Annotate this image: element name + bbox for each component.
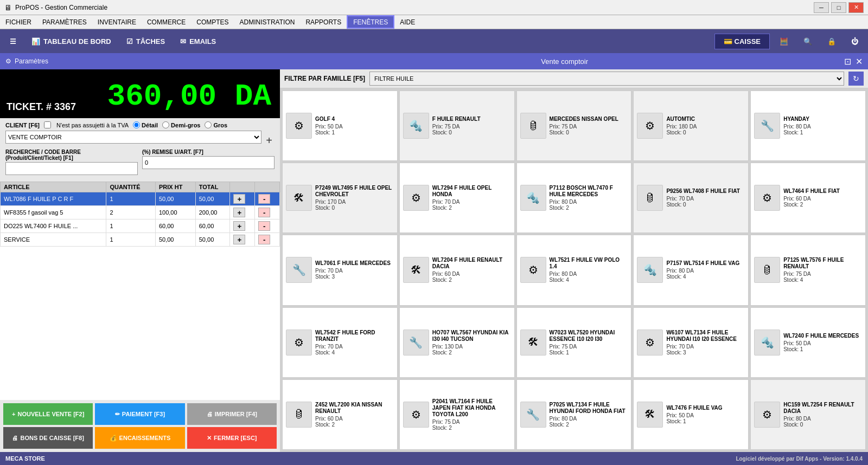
product-card[interactable]: 🔩P7112 BOSCH WL7470 F HUILE MERCEDESPrix… bbox=[516, 163, 632, 233]
table-row[interactable]: WL7086 F HUILE P C R F 1 50,00 50,00 + - bbox=[1, 192, 280, 206]
filter-select[interactable]: FILTRE HUILE bbox=[369, 72, 844, 86]
product-name: HO707 WL7567 HYUNDAI KIA I30 I40 TUCSON bbox=[432, 330, 511, 343]
tva-checkbox[interactable] bbox=[44, 121, 51, 128]
product-card[interactable]: 🛠WL7476 F HUILE VAGPrix: 50 DAStock: 1 bbox=[633, 379, 749, 450]
power-button[interactable]: ⏻ bbox=[846, 35, 864, 48]
search-input[interactable] bbox=[5, 162, 138, 175]
calculator-button[interactable]: 🧮 bbox=[774, 35, 794, 48]
qty-minus-button[interactable]: - bbox=[258, 208, 270, 217]
menu-item-paramètres[interactable]: PARAMÈTRES bbox=[37, 15, 92, 29]
product-card[interactable]: ⚙WL7294 F HUILE OPEL HONDAPrix: 70 DASto… bbox=[399, 163, 515, 233]
maximize-button[interactable]: □ bbox=[831, 2, 846, 13]
menu-bar: FICHIERPARAMÈTRESINVENTAIRECOMMERCECOMPT… bbox=[0, 15, 868, 29]
bons-de-caisse-button[interactable]: 🖨 BONS DE CAISSE [F8] bbox=[3, 427, 93, 449]
caisse-button[interactable]: 💳 CAISSE bbox=[714, 34, 770, 49]
menu-item-fichier[interactable]: FICHIER bbox=[0, 15, 37, 29]
paiement-button[interactable]: ✏ PAIEMENT [F3] bbox=[95, 403, 184, 425]
client-label: CLIENT [F6] bbox=[5, 122, 40, 128]
product-card[interactable]: ⚙WL7542 F HUILE FORD TRANZITPrix: 70 DAS… bbox=[282, 307, 398, 378]
product-name: P7112 BOSCH WL7470 F HUILE MERCEDES bbox=[550, 185, 628, 198]
product-name: WL7542 F HUILE FORD TRANZIT bbox=[315, 330, 394, 343]
col-actions bbox=[230, 182, 255, 192]
product-stock: Stock: 4 bbox=[666, 274, 745, 280]
row-prix-ht: 100,00 bbox=[155, 206, 195, 219]
product-card[interactable]: 🛢Z452 WL7200 KIA NISSAN RENAULTPrix: 60 … bbox=[282, 379, 398, 450]
tableau-de-bord-button[interactable]: 📊 TABLEAU DE BORD bbox=[26, 35, 117, 48]
product-card[interactable]: ⚙P2041 WL7164 F HUILE JAPEN FIAT KIA HON… bbox=[399, 379, 515, 450]
product-image: ⚙ bbox=[637, 113, 663, 139]
menu-item-rapports[interactable]: RAPPORTS bbox=[300, 15, 347, 29]
qty-minus-button[interactable]: - bbox=[258, 194, 270, 204]
encaissements-button[interactable]: 💰 ENCAISSEMENTS bbox=[95, 427, 184, 449]
product-image: 🔩 bbox=[754, 330, 780, 356]
product-card[interactable]: 🛢MERCEDES NISSAN OPELPrix: 75 DAStock: 0 bbox=[516, 91, 632, 161]
product-image: 🛢 bbox=[520, 113, 546, 139]
menu-item-aide[interactable]: AIDE bbox=[394, 15, 420, 29]
amount-display: 360,00 DA bbox=[107, 79, 271, 114]
row-prix-ht: 50,00 bbox=[155, 233, 195, 247]
add-client-button[interactable]: + bbox=[264, 134, 275, 147]
menu-toggle-button[interactable]: ☰ bbox=[4, 35, 22, 48]
product-card[interactable]: 🛠W7023 WL7520 HYUNDAI ESSENCE I10 I20 I3… bbox=[516, 307, 632, 378]
refresh-button[interactable]: ↻ bbox=[848, 72, 864, 86]
menu-item-administration[interactable]: ADMINISTRATION bbox=[234, 15, 301, 29]
product-card[interactable]: 🔧HYANDAYPrix: 80 DAStock: 1 bbox=[750, 91, 866, 161]
filter-bar: FILTRE PAR FAMILLE [F5] FILTRE HUILE ↻ bbox=[280, 69, 868, 88]
product-name: WL7294 F HUILE OPEL HONDA bbox=[432, 185, 511, 198]
product-card[interactable]: 🔧HO707 WL7567 HYUNDAI KIA I30 I40 TUCSON… bbox=[399, 307, 515, 378]
expand-button[interactable]: ⊡ bbox=[844, 56, 851, 67]
product-name: P7157 WL7514 F HUILE VAG bbox=[666, 260, 745, 267]
menu-item-commerce[interactable]: COMMERCE bbox=[142, 15, 191, 29]
table-row[interactable]: WF8355 f gasoil vag 5 2 100,00 200,00 + … bbox=[1, 206, 280, 219]
minimize-button[interactable]: ─ bbox=[814, 2, 829, 13]
client-select[interactable]: VENTE COMPTOIR bbox=[5, 131, 261, 144]
product-card[interactable]: ⚙WL7521 F HUILE VW POLO 1.4Prix: 80 DASt… bbox=[516, 235, 632, 305]
demigros-radio-label[interactable]: Demi-gros bbox=[162, 121, 200, 128]
menu-item-inventaire[interactable]: INVENTAIRE bbox=[92, 15, 142, 29]
remise-input[interactable] bbox=[142, 156, 275, 169]
emails-button[interactable]: ✉ EMAILS bbox=[175, 35, 221, 48]
product-card[interactable]: 🛠WL7204 F HUILE RENAULT DACIAPrix: 60 DA… bbox=[399, 235, 515, 305]
lock-button[interactable]: 🔒 bbox=[822, 35, 841, 48]
product-image: 🛢 bbox=[637, 185, 663, 211]
close-button[interactable]: ✕ bbox=[848, 2, 864, 13]
product-card[interactable]: 🛢P7125 WL7576 F HUILE RENAULTPrix: 75 DA… bbox=[750, 235, 866, 305]
product-card[interactable]: 🛢P9256 WL7408 F HUILE FIATPrix: 70 DASto… bbox=[633, 163, 749, 233]
product-card[interactable]: ⚙AUTOMTICPrix: 180 DAStock: 0 bbox=[633, 91, 749, 161]
product-card[interactable]: 🔩WL7240 F HUILE MERCEDESPrix: 50 DAStock… bbox=[750, 307, 866, 378]
subheader-close-button[interactable]: ✕ bbox=[856, 56, 863, 67]
qty-minus-button[interactable]: - bbox=[258, 235, 270, 244]
table-row[interactable]: SERVICE 1 50,00 50,00 + - bbox=[1, 233, 280, 247]
detail-radio-label[interactable]: Détail bbox=[133, 121, 158, 128]
taches-button[interactable]: ☑ TÂCHES bbox=[121, 35, 170, 48]
product-card[interactable]: 🔧WL7061 F HUILE MERCEDESPrix: 70 DAStock… bbox=[282, 235, 398, 305]
enc-icon: 💰 bbox=[110, 435, 117, 442]
menu-item-comptes[interactable]: COMPTES bbox=[191, 15, 234, 29]
product-card[interactable]: ⚙HC159 WL7254 F RENAULT DACIAPrix: 80 DA… bbox=[750, 379, 866, 450]
nouvelle-vente-button[interactable]: + NOUVELLE VENTE [F2] bbox=[3, 403, 93, 425]
gros-radio-label[interactable]: Gros bbox=[205, 121, 227, 128]
vente-comptoir-label: Vente comptoir bbox=[285, 57, 844, 66]
product-card[interactable]: ⚙W6107 WL7134 F HUILE HYUNDAI I10 I20 ES… bbox=[633, 307, 749, 378]
product-card[interactable]: 🔩F HUILE RENAULTPrix: 75 DAStock: 0 bbox=[399, 91, 515, 161]
menu-item-fenêtres[interactable]: FENÊTRES bbox=[347, 15, 394, 29]
table-row[interactable]: DO225 WL7400 F HUILE ... 1 60,00 60,00 +… bbox=[1, 219, 280, 233]
product-card[interactable]: ⚙WL7464 F HUILE FIATPrix: 60 DAStock: 2 bbox=[750, 163, 866, 233]
fermer-button[interactable]: ✕ FERMER [ESC] bbox=[187, 427, 277, 449]
form-area: CLIENT [F6] N'est pas assujetti à la TVA… bbox=[0, 118, 280, 182]
qty-plus-button[interactable]: + bbox=[233, 235, 245, 244]
product-card[interactable]: 🛠P7249 WL7495 F HUILE OPEL CHEVROLETPrix… bbox=[282, 163, 398, 233]
app-icon: 🖥 bbox=[4, 3, 12, 12]
qty-plus-button[interactable]: + bbox=[233, 194, 245, 204]
product-price: Prix: 70 DA bbox=[666, 344, 745, 350]
bons-icon: 🖨 bbox=[12, 435, 18, 441]
qty-plus-button[interactable]: + bbox=[233, 208, 245, 217]
qty-plus-button[interactable]: + bbox=[233, 221, 245, 231]
product-card[interactable]: 🔩P7157 WL7514 F HUILE VAGPrix: 80 DAStoc… bbox=[633, 235, 749, 305]
search-button[interactable]: 🔍 bbox=[798, 35, 818, 48]
product-card[interactable]: ⚙GOLF 4Prix: 50 DAStock: 1 bbox=[282, 91, 398, 161]
product-name: WL7476 F HUILE VAG bbox=[666, 405, 745, 411]
product-card[interactable]: 🔧P7025 WL7134 F HUILE HYUNDAI FORD HONDA… bbox=[516, 379, 632, 450]
qty-minus-button[interactable]: - bbox=[258, 221, 270, 231]
imprimer-button[interactable]: 🖨 IMPRIMER [F4] bbox=[187, 403, 277, 425]
